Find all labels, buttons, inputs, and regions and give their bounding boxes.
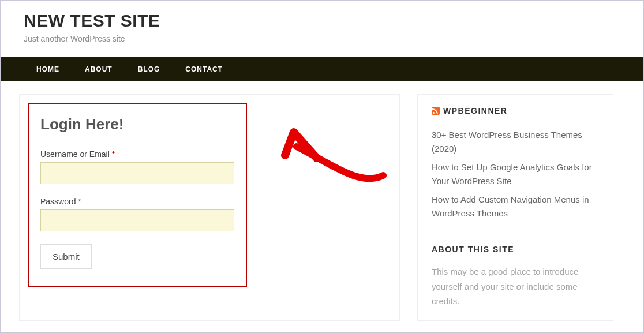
content-wrap: Login Here! Username or Email * Password… <box>1 81 643 327</box>
required-mark: * <box>78 197 81 206</box>
login-form-title: Login Here! <box>40 115 234 133</box>
nav-home[interactable]: HOME <box>24 57 72 81</box>
about-widget-title: ABOUT THIS SITE <box>432 245 599 254</box>
username-label-text: Username or Email <box>40 149 110 159</box>
main-nav: HOME ABOUT BLOG CONTACT <box>1 57 643 81</box>
sidebar: WPBEGINNER 30+ Best WordPress Business T… <box>417 94 613 321</box>
page-container: NEW TEST SITE Just another WordPress sit… <box>1 1 643 332</box>
password-label-text: Password <box>40 197 76 206</box>
rss-widget-title-text[interactable]: WPBEGINNER <box>443 106 507 115</box>
rss-feed-item[interactable]: How to Add Custom Navigation Menus in Wo… <box>432 190 599 223</box>
login-form-box: Login Here! Username or Email * Password… <box>28 103 247 287</box>
site-header: NEW TEST SITE Just another WordPress sit… <box>1 1 643 49</box>
nav-about[interactable]: ABOUT <box>72 57 125 81</box>
nav-contact[interactable]: CONTACT <box>173 57 235 81</box>
nav-blog[interactable]: BLOG <box>125 57 173 81</box>
password-input[interactable] <box>40 209 234 231</box>
site-tagline: Just another WordPress site <box>24 34 620 43</box>
rss-feed-list: 30+ Best WordPress Business Themes (2020… <box>432 126 599 223</box>
about-widget-text: This may be a good place to introduce yo… <box>432 264 599 309</box>
submit-button[interactable]: Submit <box>40 244 92 269</box>
rss-feed-item[interactable]: How to Set Up Google Analytics Goals for… <box>432 158 599 190</box>
site-title[interactable]: NEW TEST SITE <box>24 11 620 31</box>
rss-icon[interactable] <box>432 107 440 115</box>
rss-feed-item[interactable]: 30+ Best WordPress Business Themes (2020… <box>432 126 599 158</box>
password-label: Password * <box>40 197 234 206</box>
required-mark: * <box>112 149 115 159</box>
username-input[interactable] <box>40 162 234 184</box>
annotation-arrow-icon <box>268 112 395 204</box>
main-column: Login Here! Username or Email * Password… <box>19 94 400 321</box>
rss-widget-title: WPBEGINNER <box>432 106 599 115</box>
username-label: Username or Email * <box>40 149 234 159</box>
